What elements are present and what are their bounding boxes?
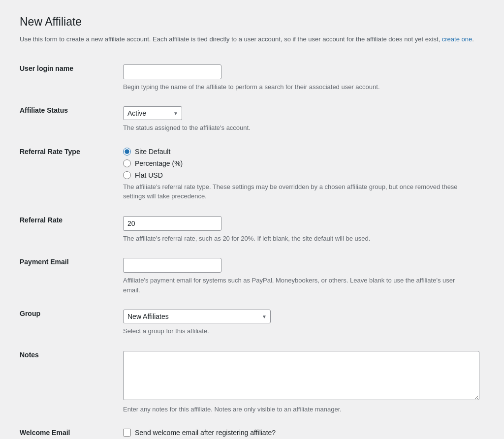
- group-row: Group New Affiliates VIP Affiliates Stan…: [20, 302, 484, 344]
- user-login-name-row: User login name Begin typing the name of…: [20, 57, 484, 99]
- affiliate-status-select-wrapper: Active Inactive Pending ▼: [123, 106, 182, 120]
- page-container: New Affiliate Use this form to create a …: [10, 10, 494, 439]
- notes-description: Enter any notes for this affiliate. Note…: [123, 405, 468, 414]
- referral-rate-type-description: The affiliate's referral rate type. Thes…: [123, 182, 468, 201]
- payment-email-label: Payment Email: [20, 258, 69, 266]
- radio-site-default[interactable]: [123, 148, 131, 156]
- new-affiliate-form: User login name Begin typing the name of…: [20, 57, 484, 439]
- radio-flat-usd[interactable]: [123, 171, 131, 179]
- affiliate-status-description: The status assigned to the affiliate's a…: [123, 123, 468, 133]
- user-login-name-description: Begin typing the name of the affiliate t…: [123, 82, 468, 92]
- payment-email-row: Payment Email Affiliate's payment email …: [20, 251, 484, 302]
- payment-email-description: Affiliate's payment email for systems su…: [123, 276, 468, 295]
- notes-row: Notes Enter any notes for this affiliate…: [20, 344, 484, 422]
- welcome-email-row: Welcome Email Send welcome email after r…: [20, 421, 484, 439]
- welcome-email-checkbox-label: Send welcome email after registering aff…: [135, 429, 276, 437]
- affiliate-status-label: Affiliate Status: [20, 106, 68, 114]
- welcome-email-label: Welcome Email: [20, 429, 70, 437]
- radio-option-flat-usd[interactable]: Flat USD: [123, 171, 479, 179]
- affiliate-status-select[interactable]: Active Inactive Pending: [123, 106, 182, 120]
- radio-site-default-label: Site Default: [135, 148, 170, 156]
- referral-rate-input[interactable]: [123, 216, 221, 231]
- radio-option-site-default[interactable]: Site Default: [123, 148, 479, 156]
- page-description: Use this form to create a new affiliate …: [20, 34, 484, 45]
- payment-email-input[interactable]: [123, 258, 221, 273]
- radio-option-percentage[interactable]: Percentage (%): [123, 159, 479, 167]
- user-login-name-input[interactable]: [123, 64, 221, 79]
- group-description: Select a group for this affiliate.: [123, 326, 468, 336]
- notes-textarea[interactable]: [123, 351, 479, 400]
- page-title: New Affiliate: [20, 15, 484, 30]
- group-select[interactable]: New Affiliates VIP Affiliates Standard A…: [123, 310, 271, 323]
- referral-rate-row: Referral Rate The affiliate's referral r…: [20, 209, 484, 251]
- radio-percentage-label: Percentage (%): [135, 159, 183, 167]
- notes-label: Notes: [20, 351, 39, 359]
- welcome-email-checkbox[interactable]: [123, 429, 131, 437]
- referral-rate-type-radio-group: Site Default Percentage (%) Flat USD: [123, 148, 479, 179]
- welcome-email-checkbox-wrapper[interactable]: Send welcome email after registering aff…: [123, 429, 479, 437]
- referral-rate-type-label: Referral Rate Type: [20, 148, 80, 156]
- radio-flat-usd-label: Flat USD: [135, 171, 163, 179]
- referral-rate-type-row: Referral Rate Type Site Default Percenta…: [20, 140, 484, 209]
- user-login-name-label: User login name: [20, 64, 73, 72]
- radio-percentage[interactable]: [123, 159, 131, 167]
- referral-rate-description: The affiliate's referral rate, such as 2…: [123, 234, 468, 244]
- group-label: Group: [20, 310, 40, 317]
- referral-rate-label: Referral Rate: [20, 216, 63, 224]
- group-select-wrapper: New Affiliates VIP Affiliates Standard A…: [123, 310, 271, 323]
- affiliate-status-row: Affiliate Status Active Inactive Pending…: [20, 99, 484, 140]
- create-one-link[interactable]: create one: [442, 35, 472, 43]
- form-table: User login name Begin typing the name of…: [20, 57, 484, 439]
